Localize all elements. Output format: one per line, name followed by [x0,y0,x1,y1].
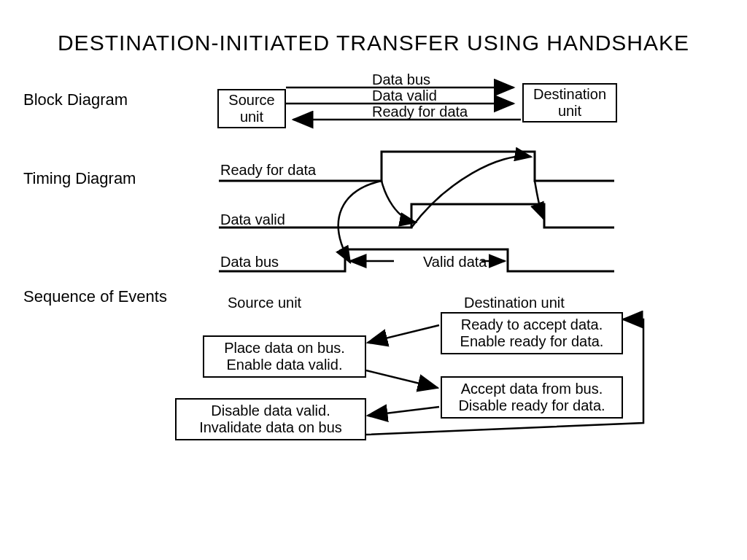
svg-line-6 [366,370,438,388]
diagram-lines [0,0,747,560]
svg-line-5 [368,325,439,343]
svg-line-7 [368,407,439,416]
